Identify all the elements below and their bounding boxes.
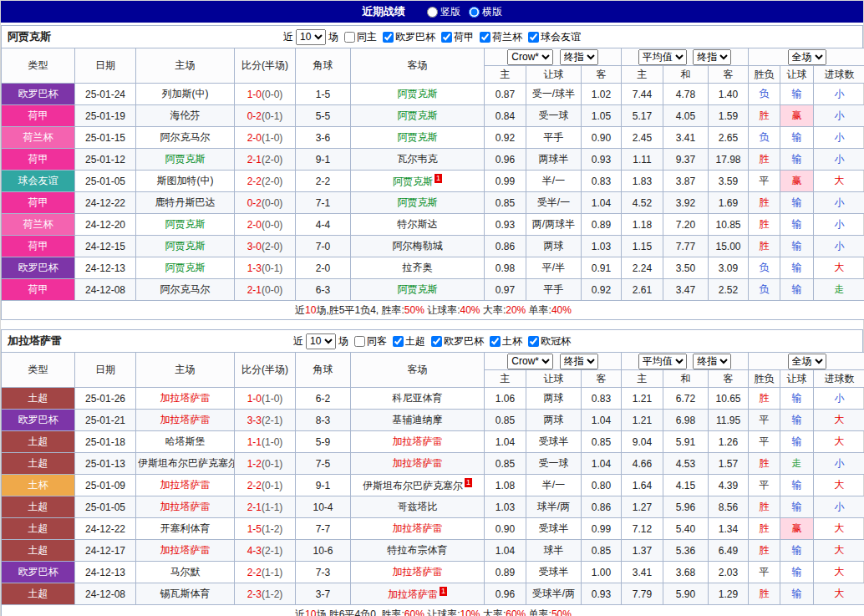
col-header-away: 客场 xyxy=(351,48,485,84)
home-team: 加拉塔萨雷 xyxy=(136,388,235,410)
avg-away-odds: 17.98 xyxy=(709,149,749,171)
average-select[interactable]: 平均值 xyxy=(638,354,687,369)
score: 2-0(0-0) xyxy=(235,214,296,236)
result-goals: 小 xyxy=(814,496,864,518)
summary-part: 场,胜5平1负4, 胜率: xyxy=(316,304,404,316)
average-stage-select[interactable]: 终指 xyxy=(693,354,731,369)
bookmaker-select[interactable]: Crow* xyxy=(507,354,553,369)
view-mode-horizontal-input[interactable] xyxy=(469,7,480,18)
view-mode-vertical-radio[interactable]: 竖版 xyxy=(427,5,460,19)
view-mode-horizontal-radio[interactable]: 横版 xyxy=(469,5,502,19)
league-type: 土超 xyxy=(2,496,75,518)
home-team: 斯图加特(中) xyxy=(136,171,235,192)
odds-home: 0.96 xyxy=(485,583,526,605)
recent-count-select[interactable]: 10 xyxy=(296,29,326,45)
score: 1-1(1-0) xyxy=(235,431,296,453)
league-type: 荷兰杯 xyxy=(2,214,75,236)
venue-filter-checkbox[interactable]: 同客 xyxy=(354,334,387,349)
match-row: 荷甲24-12-22鹿特丹斯巴达0-2(0-0)7-1阿贾克斯0.85受半/一1… xyxy=(2,192,864,214)
result-handicap: 输 xyxy=(780,127,814,149)
league-filter-input[interactable] xyxy=(490,336,501,347)
venue-filter-input[interactable] xyxy=(354,336,365,347)
corners: 9-1 xyxy=(296,149,351,171)
result-goals: 大 xyxy=(814,518,864,540)
odds-away: 0.93 xyxy=(582,149,622,171)
league-filter-input[interactable] xyxy=(480,32,490,43)
result-outcome: 负 xyxy=(749,279,780,301)
league-filter-input[interactable] xyxy=(528,32,539,43)
score: 1-3(0-1) xyxy=(235,257,296,279)
result-group-header: 全场 xyxy=(749,48,864,66)
result-outcome: 平 xyxy=(749,410,780,431)
avg-draw-odds: 7.77 xyxy=(663,236,709,257)
odds-away: 1.04 xyxy=(582,453,622,475)
average-stage-select[interactable]: 终指 xyxy=(693,49,731,65)
view-mode-vertical-input[interactable] xyxy=(427,7,438,18)
league-filter-input[interactable] xyxy=(441,32,452,43)
page-title: 近期战绩 xyxy=(362,4,405,19)
bookmaker-select[interactable]: Crow* xyxy=(507,49,553,65)
league-filter-checkbox[interactable]: 欧冠杯 xyxy=(528,334,571,349)
odds-away: 0.93 xyxy=(582,583,622,605)
score: 4-3(2-1) xyxy=(235,540,296,562)
league-filter-checkbox[interactable]: 荷甲 xyxy=(441,30,474,44)
match-date: 24-12-22 xyxy=(75,192,136,214)
avg-away-odds: 4.39 xyxy=(709,475,749,496)
league-filter-checkbox[interactable]: 欧罗巴杯 xyxy=(431,334,484,349)
avg-away-odds: 2.65 xyxy=(709,127,749,149)
corners: 9-1 xyxy=(296,475,351,496)
league-filter-input[interactable] xyxy=(383,32,394,43)
league-filter-checkbox[interactable]: 欧罗巴杯 xyxy=(383,30,435,44)
col-header-home: 主场 xyxy=(136,48,235,84)
venue-filter-checkbox[interactable]: 同主 xyxy=(344,30,377,44)
result-handicap: 输 xyxy=(780,84,814,105)
col-header-res-outcome: 胜负 xyxy=(749,66,780,84)
avg-draw-odds: 5.40 xyxy=(663,518,709,540)
col-header-corner: 角球 xyxy=(296,48,351,84)
recent-count-select[interactable]: 10 xyxy=(306,333,336,349)
avg-home-odds: 1.21 xyxy=(622,388,663,410)
average-select[interactable]: 平均值 xyxy=(638,49,687,65)
venue-filter-label: 同客 xyxy=(367,334,387,349)
corners: 3-6 xyxy=(296,127,351,149)
avg-away-odds: 1.29 xyxy=(709,583,749,605)
league-filter-input[interactable] xyxy=(431,336,442,347)
avg-draw-odds: 3.50 xyxy=(663,257,709,279)
odds-handicap: 半/一 xyxy=(526,475,582,496)
corners: 5-5 xyxy=(296,105,351,127)
bookmaker-stage-select[interactable]: 终指 xyxy=(560,49,598,65)
league-filter-input[interactable] xyxy=(528,336,539,347)
summary-part: 60% xyxy=(506,608,526,616)
result-goals: 小 xyxy=(814,388,864,410)
summary-part: 40% xyxy=(551,304,572,316)
league-type: 荷甲 xyxy=(2,149,75,171)
score: 0-2(0-1) xyxy=(235,105,296,127)
filter-bar: 近 10 场 同主 欧罗巴杯 荷甲 荷兰杯 球会友谊 xyxy=(283,29,581,45)
match-date: 25-01-19 xyxy=(75,105,136,127)
halftime-score: (0-0) xyxy=(262,219,282,231)
league-filter-checkbox[interactable]: 土超 xyxy=(393,334,425,349)
odds-home: 0.96 xyxy=(485,149,526,171)
avg-away-odds: 1.40 xyxy=(709,84,749,105)
col-header-avg-home: 主 xyxy=(622,370,663,388)
result-goals: 走 xyxy=(814,279,864,301)
away-team: 哥兹塔比 xyxy=(351,496,485,518)
bookmaker-stage-select[interactable]: 终指 xyxy=(560,354,598,369)
away-team: 阿贾克斯 xyxy=(351,192,485,214)
result-outcome: 平 xyxy=(749,562,780,583)
summary-part: 大率: xyxy=(480,608,506,616)
result-outcome: 胜 xyxy=(749,105,780,127)
league-type: 球会友谊 xyxy=(2,171,75,192)
odds-away: 1.03 xyxy=(582,236,622,257)
scope-select[interactable]: 全场 xyxy=(788,49,826,65)
odds-home: 0.86 xyxy=(485,236,526,257)
league-filter-checkbox[interactable]: 荷兰杯 xyxy=(480,30,522,44)
league-filter-input[interactable] xyxy=(393,336,404,347)
league-filter-checkbox[interactable]: 土杯 xyxy=(490,334,522,349)
league-filter-checkbox[interactable]: 球会友谊 xyxy=(528,30,581,44)
venue-filter-input[interactable] xyxy=(344,32,355,43)
away-team: 阿贾克斯 xyxy=(351,127,485,149)
col-header-odds-away: 客 xyxy=(582,66,622,84)
scope-select[interactable]: 全场 xyxy=(788,354,826,369)
league-filter-label: 欧罗巴杯 xyxy=(444,334,484,349)
